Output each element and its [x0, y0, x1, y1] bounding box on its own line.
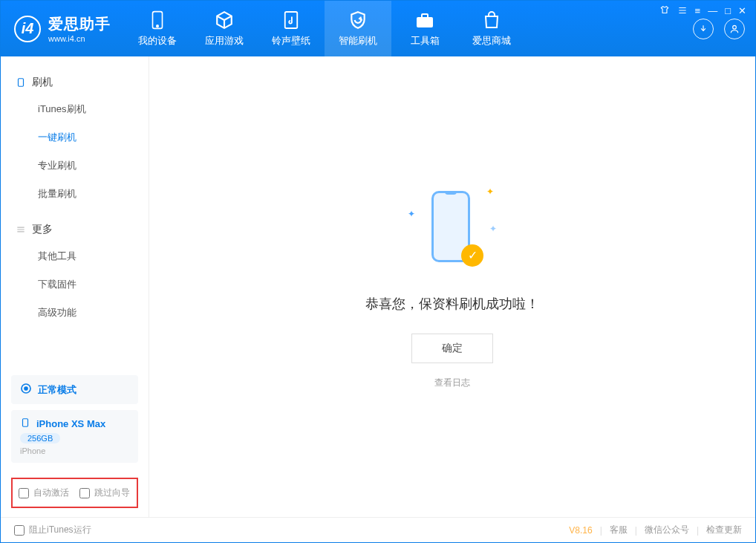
device-name: iPhone XS Max: [36, 418, 105, 429]
tshirt-icon[interactable]: [659, 5, 670, 18]
success-message: 恭喜您，保资料刷机成功啦！: [365, 295, 539, 313]
sidebar-item-advanced[interactable]: 高级功能: [1, 299, 149, 327]
auto-activate-input[interactable]: [19, 488, 29, 498]
device-info-row[interactable]: iPhone XS Max 256GB iPhone: [11, 410, 138, 463]
sidebar-group-label: 更多: [32, 223, 53, 236]
nav-ringtones[interactable]: 铃声壁纸: [258, 1, 325, 56]
nav-store[interactable]: 爱思商城: [458, 1, 525, 56]
window-controls: ≡ ― □ ✕: [659, 5, 746, 18]
nav-label: 我的设备: [138, 34, 177, 48]
list-icon[interactable]: ≡: [695, 5, 701, 18]
phone-small-icon: [20, 417, 30, 430]
cube-icon: [215, 10, 234, 30]
skip-guide-label: 跳过向导: [94, 487, 130, 499]
sidebar-item-download-firmware[interactable]: 下载固件: [1, 270, 149, 299]
logo-icon: i4: [14, 16, 41, 42]
nav-label: 应用游戏: [205, 34, 244, 48]
ok-button[interactable]: 确定: [411, 334, 493, 363]
sidebar-group-flash: 刷机: [1, 70, 149, 95]
device-type: iPhone: [20, 446, 129, 455]
nav-my-device[interactable]: 我的设备: [124, 1, 191, 56]
sparkle-icon: ✦: [408, 209, 415, 219]
device-mode-label: 正常模式: [38, 383, 76, 397]
check-update-link[interactable]: 检查更新: [706, 524, 742, 536]
app-window: ≡ ― □ ✕ i4 爱思助手 www.i4.cn 我的设备 应用游戏 铃声: [0, 0, 756, 543]
app-name-en: www.i4.cn: [48, 34, 111, 43]
bag-icon: [482, 10, 501, 30]
svg-rect-3: [417, 17, 433, 27]
check-badge-icon: ✓: [461, 244, 483, 267]
svg-rect-6: [19, 79, 24, 87]
device-mode-row[interactable]: 正常模式: [11, 375, 138, 404]
phone-notch: [445, 191, 457, 195]
download-button[interactable]: [693, 19, 714, 39]
nav-smart-flash[interactable]: 智能刷机: [325, 1, 391, 56]
svg-point-5: [733, 25, 737, 29]
body: 刷机 iTunes刷机 一键刷机 专业刷机 批量刷机 更多 其他工具 下载固件 …: [1, 56, 755, 517]
auto-activate-checkbox[interactable]: 自动激活: [19, 487, 69, 499]
wechat-link[interactable]: 微信公众号: [645, 524, 689, 536]
svg-rect-4: [422, 14, 428, 18]
version-label: V8.16: [569, 525, 592, 536]
toolbox-icon: [415, 10, 434, 30]
phone-icon: [148, 10, 167, 30]
sidebar-group-label: 刷机: [32, 76, 53, 89]
skip-guide-input[interactable]: [79, 488, 90, 498]
sidebar-item-oneclick-flash[interactable]: 一键刷机: [1, 123, 149, 152]
nav-label: 工具箱: [411, 34, 440, 48]
support-link[interactable]: 客服: [610, 524, 628, 536]
block-itunes-input[interactable]: [14, 525, 25, 536]
sidebar-item-batch-flash[interactable]: 批量刷机: [1, 180, 149, 208]
app-logo: i4 爱思助手 www.i4.cn: [1, 1, 124, 56]
menu-lines-icon: [16, 224, 26, 235]
menu-icon[interactable]: [677, 5, 688, 18]
device-outline-icon: [16, 77, 26, 88]
nav-label: 铃声壁纸: [272, 34, 310, 48]
sidebar-group-more: 更多: [1, 217, 149, 242]
view-log-link[interactable]: 查看日志: [434, 377, 470, 389]
block-itunes-checkbox[interactable]: 阻止iTunes运行: [14, 524, 91, 536]
footer: 阻止iTunes运行 V8.16 | 客服 | 微信公众号 | 检查更新: [1, 517, 755, 542]
nav-toolbox[interactable]: 工具箱: [391, 1, 458, 56]
nav-label: 智能刷机: [339, 34, 377, 48]
sparkle-icon: ✦: [486, 186, 494, 197]
sidebar: 刷机 iTunes刷机 一键刷机 专业刷机 批量刷机 更多 其他工具 下载固件 …: [1, 56, 149, 517]
close-button[interactable]: ✕: [738, 5, 746, 18]
music-file-icon: [281, 10, 301, 30]
refresh-shield-icon: [348, 10, 368, 30]
user-button[interactable]: [724, 19, 745, 39]
svg-point-8: [25, 387, 27, 390]
sidebar-item-itunes-flash[interactable]: iTunes刷机: [1, 95, 149, 123]
block-itunes-label: 阻止iTunes运行: [29, 524, 91, 536]
success-illustration: ✦ ✦ ✦ ✓: [408, 185, 497, 274]
nav-label: 爱思商城: [472, 34, 511, 48]
auto-activate-label: 自动激活: [33, 487, 69, 499]
sidebar-item-other-tools[interactable]: 其他工具: [1, 242, 149, 270]
sidebar-item-pro-flash[interactable]: 专业刷机: [1, 152, 149, 180]
sparkle-icon: ✦: [489, 224, 497, 234]
skip-guide-checkbox[interactable]: 跳过向导: [79, 487, 130, 499]
svg-rect-9: [23, 419, 28, 427]
app-name-cn: 爱思助手: [48, 14, 111, 34]
maximize-button[interactable]: □: [725, 5, 731, 18]
device-capacity: 256GB: [20, 433, 60, 443]
options-highlight: 自动激活 跳过向导: [11, 478, 138, 508]
device-panel: 正常模式 iPhone XS Max 256GB iPhone: [11, 375, 138, 469]
main-content: ✦ ✦ ✦ ✓ 恭喜您，保资料刷机成功啦！ 确定 查看日志: [149, 56, 755, 517]
top-nav: 我的设备 应用游戏 铃声壁纸 智能刷机 工具箱 爱思商城: [124, 1, 525, 56]
nav-apps-games[interactable]: 应用游戏: [191, 1, 258, 56]
svg-point-1: [157, 25, 158, 26]
mode-icon: [20, 383, 32, 397]
titlebar: ≡ ― □ ✕ i4 爱思助手 www.i4.cn 我的设备 应用游戏 铃声: [1, 1, 755, 56]
minimize-button[interactable]: ―: [708, 5, 717, 18]
